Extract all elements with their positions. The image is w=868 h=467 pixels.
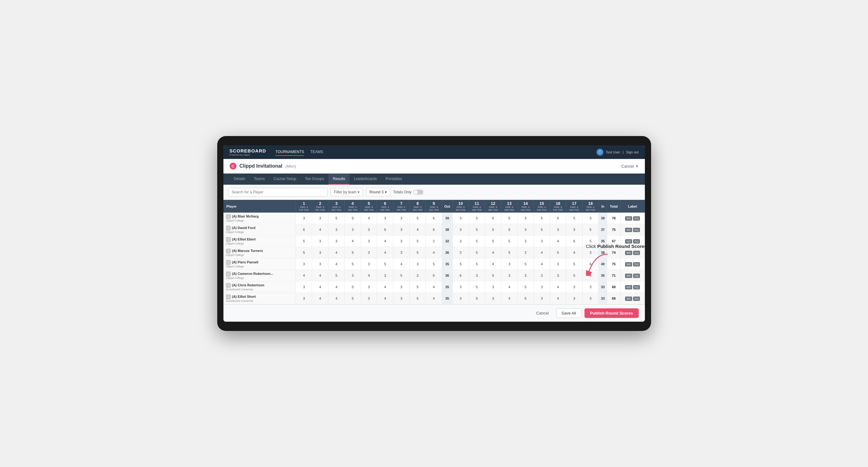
- hole-6-score[interactable]: 3: [377, 270, 393, 281]
- hole-12-score[interactable]: 5: [485, 224, 501, 236]
- hole-6-score[interactable]: 3: [377, 213, 393, 224]
- hole-9-score[interactable]: 2: [426, 236, 442, 247]
- hole-13-score[interactable]: 3: [501, 258, 517, 270]
- hole-4-score[interactable]: 5: [345, 281, 361, 293]
- hole-2-score[interactable]: 4: [312, 293, 328, 304]
- hole-3-score[interactable]: 5: [328, 270, 344, 281]
- hole-3-score[interactable]: 3: [328, 224, 344, 236]
- hole-10-score[interactable]: 3: [453, 293, 469, 304]
- hole-14-score[interactable]: 3: [518, 224, 534, 236]
- hole-3-score[interactable]: 3: [328, 236, 344, 247]
- hole-11-score[interactable]: 3: [469, 270, 485, 281]
- hole-5-score[interactable]: 3: [361, 258, 377, 270]
- hole-17-score[interactable]: 6: [566, 236, 582, 247]
- hole-16-score[interactable]: 6: [550, 213, 566, 224]
- hole-15-score[interactable]: 3: [534, 281, 550, 293]
- hole-14-score[interactable]: 3: [518, 236, 534, 247]
- hole-7-score[interactable]: 3: [393, 213, 409, 224]
- hole-4-score[interactable]: 5: [345, 213, 361, 224]
- hole-16-score[interactable]: 5: [550, 247, 566, 258]
- hole-3-score[interactable]: 5: [328, 213, 344, 224]
- hole-10-score[interactable]: 6: [453, 270, 469, 281]
- dq-badge[interactable]: DQ: [633, 216, 640, 221]
- tab-course-setup[interactable]: Course Setup: [269, 174, 301, 185]
- nav-link-teams[interactable]: TEAMS: [310, 149, 323, 156]
- hole-4-score[interactable]: 5: [345, 293, 361, 304]
- hole-13-score[interactable]: 5: [501, 224, 517, 236]
- hole-1-score[interactable]: 3: [296, 213, 312, 224]
- hole-1-score[interactable]: 6: [296, 224, 312, 236]
- hole-1-score[interactable]: 5: [296, 236, 312, 247]
- hole-2-score[interactable]: 4: [312, 270, 328, 281]
- hole-16-score[interactable]: 3: [550, 270, 566, 281]
- hole-6-score[interactable]: 6: [377, 224, 393, 236]
- footer-cancel-button[interactable]: Cancel: [532, 309, 553, 318]
- hole-9-score[interactable]: 4: [426, 247, 442, 258]
- hole-4-score[interactable]: 5: [345, 258, 361, 270]
- hole-3-score[interactable]: 4: [328, 281, 344, 293]
- hole-15-score[interactable]: 4: [534, 247, 550, 258]
- hole-5-score[interactable]: 4: [361, 213, 377, 224]
- hole-11-score[interactable]: 5: [469, 247, 485, 258]
- hole-6-score[interactable]: 4: [377, 247, 393, 258]
- hole-12-score[interactable]: 5: [485, 236, 501, 247]
- hole-12-score[interactable]: 5: [485, 270, 501, 281]
- hole-17-score[interactable]: 4: [566, 247, 582, 258]
- hole-1-score[interactable]: 4: [296, 270, 312, 281]
- sign-out-link[interactable]: Sign out: [626, 150, 639, 154]
- hole-14-score[interactable]: 3: [518, 247, 534, 258]
- hole-3-score[interactable]: 4: [328, 258, 344, 270]
- round-select[interactable]: Round 3 ▾: [366, 188, 390, 196]
- hole-2-score[interactable]: 3: [312, 236, 328, 247]
- hole-8-score[interactable]: 5: [409, 213, 426, 224]
- hole-1-score[interactable]: 5: [296, 247, 312, 258]
- hole-16-score[interactable]: 4: [550, 281, 566, 293]
- hole-15-score[interactable]: 5: [534, 224, 550, 236]
- tab-details[interactable]: Details: [229, 174, 250, 185]
- hole-11-score[interactable]: 5: [469, 258, 485, 270]
- hole-7-score[interactable]: 3: [393, 293, 409, 304]
- tab-printables[interactable]: Printables: [381, 174, 406, 185]
- hole-11-score[interactable]: 5: [469, 224, 485, 236]
- hole-16-score[interactable]: 4: [550, 293, 566, 304]
- tab-tee-groups[interactable]: Tee Groups: [301, 174, 329, 185]
- hole-12-score[interactable]: 4: [485, 247, 501, 258]
- hole-8-score[interactable]: 3: [409, 258, 426, 270]
- hole-5-score[interactable]: 4: [361, 270, 377, 281]
- tab-leaderboards[interactable]: Leaderboards: [349, 174, 381, 185]
- hole-7-score[interactable]: 3: [393, 224, 409, 236]
- wd-badge[interactable]: WD: [625, 228, 632, 232]
- hole-7-score[interactable]: 4: [393, 258, 409, 270]
- hole-10-score[interactable]: 3: [453, 224, 469, 236]
- hole-16-score[interactable]: 3: [550, 224, 566, 236]
- hole-18-score[interactable]: 3: [582, 213, 598, 224]
- hole-7-score[interactable]: 3: [393, 236, 409, 247]
- hole-15-score[interactable]: 3: [534, 293, 550, 304]
- hole-11-score[interactable]: 5: [469, 293, 485, 304]
- dq-badge[interactable]: DQ: [633, 228, 640, 232]
- hole-9-score[interactable]: 6: [426, 224, 442, 236]
- save-all-button[interactable]: Save All: [556, 308, 581, 318]
- hole-13-score[interactable]: 4: [501, 281, 517, 293]
- hole-16-score[interactable]: 4: [550, 236, 566, 247]
- hole-14-score[interactable]: 5: [518, 293, 534, 304]
- hole-4-score[interactable]: 4: [345, 236, 361, 247]
- hole-13-score[interactable]: 3: [501, 270, 517, 281]
- hole-2-score[interactable]: 3: [312, 247, 328, 258]
- hole-3-score[interactable]: 4: [328, 293, 344, 304]
- search-input[interactable]: [228, 188, 328, 196]
- hole-4-score[interactable]: 3: [345, 224, 361, 236]
- hole-12-score[interactable]: 4: [485, 258, 501, 270]
- hole-3-score[interactable]: 4: [328, 247, 344, 258]
- nav-link-tournaments[interactable]: TOURNAMENTS: [276, 149, 304, 156]
- hole-7-score[interactable]: 3: [393, 247, 409, 258]
- hole-15-score[interactable]: 5: [534, 213, 550, 224]
- hole-13-score[interactable]: 4: [501, 293, 517, 304]
- hole-2-score[interactable]: 4: [312, 224, 328, 236]
- hole-9-score[interactable]: 5: [426, 270, 442, 281]
- hole-6-score[interactable]: 4: [377, 236, 393, 247]
- hole-12-score[interactable]: 3: [485, 281, 501, 293]
- hole-17-score[interactable]: 3: [566, 224, 582, 236]
- hole-10-score[interactable]: 3: [453, 213, 469, 224]
- cancel-tournament-button[interactable]: Cancel ✕: [621, 164, 639, 168]
